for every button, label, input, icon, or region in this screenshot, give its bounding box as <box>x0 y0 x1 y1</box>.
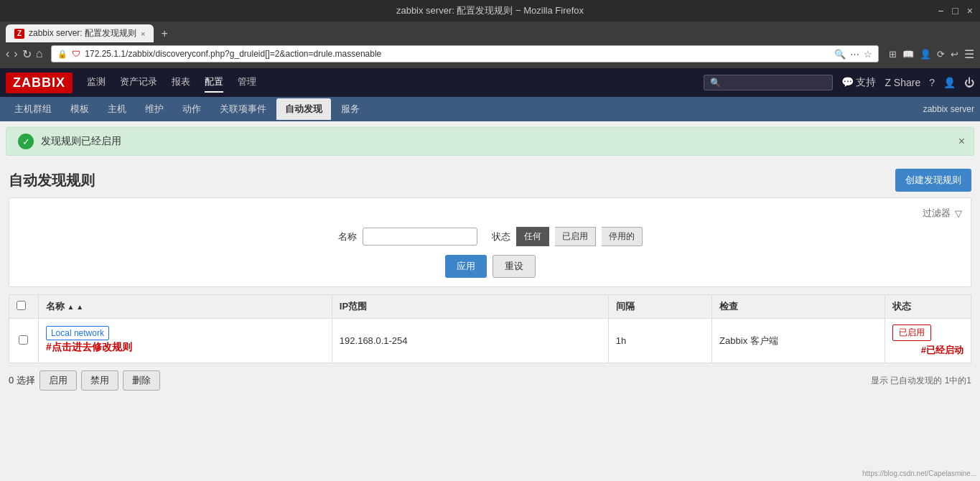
nav-config[interactable]: 配置 <box>205 73 223 93</box>
top-nav-items: 监测 资产记录 报表 配置 管理 <box>87 73 704 93</box>
row-interval-cell: 1h <box>608 319 711 363</box>
top-nav: ZABBIX 监测 资产记录 报表 配置 管理 🔍 💬 支持 Z Share ?… <box>0 68 980 97</box>
filter-toggle-icon[interactable]: ▽ <box>955 208 962 219</box>
filter-status-group: 状态 任何 已启用 停用的 <box>492 227 643 246</box>
menu-icon[interactable]: ☰ <box>964 47 974 61</box>
row-status-cell: 已启用 #已经启动 <box>885 319 971 363</box>
sync-icon[interactable]: ⟳ <box>937 49 945 60</box>
select-all-checkbox[interactable] <box>17 301 26 310</box>
page-header: 自动发现规则 创建发现规则 <box>9 162 971 197</box>
logout-icon[interactable]: ⏻ <box>964 77 974 88</box>
bookmark-icon[interactable]: ⋯ <box>850 49 859 60</box>
status-any-btn[interactable]: 任何 <box>516 227 549 246</box>
share-link[interactable]: Z Share <box>885 77 920 88</box>
subnav-correlations[interactable]: 关联项事件 <box>211 98 275 120</box>
star-icon[interactable]: ☆ <box>864 49 872 60</box>
maximize-btn[interactable]: □ <box>952 5 958 17</box>
new-tab-icon[interactable]: + <box>157 27 172 40</box>
bottom-left: 0 选择 启用 禁用 删除 <box>9 370 160 391</box>
filter-label: 过滤器 <box>923 207 951 220</box>
minimize-btn[interactable]: − <box>938 5 943 17</box>
subnav-templates[interactable]: 模板 <box>62 98 98 120</box>
search-icon: 🔍 <box>710 78 721 88</box>
window-title: zabbix server: 配置发现规则 − Mozilla Firefox <box>396 4 584 17</box>
selected-count: 0 选择 <box>9 374 35 387</box>
titlebar: zabbix server: 配置发现规则 − Mozilla Firefox … <box>0 0 980 22</box>
refresh-button[interactable]: ↻ <box>22 47 32 61</box>
support-icon: 💬 <box>841 76 854 88</box>
row-ip-cell: 192.168.0.1-254 <box>332 319 608 363</box>
col-check-header[interactable]: 检查 <box>712 295 885 319</box>
subnav-hostgroups[interactable]: 主机群组 <box>6 98 60 120</box>
success-bar: ✓ 发现规则已经启用 × <box>6 127 974 156</box>
browser-actions: ⊞ 📖 👤 ⟳ ↩ ☰ <box>889 47 974 61</box>
pagination-info: 显示 已自动发现的 1中的1 <box>871 375 971 387</box>
click-annotation: #点击进去修改规则 <box>46 341 325 354</box>
close-tab-icon[interactable]: × <box>141 29 145 38</box>
help-icon[interactable]: ? <box>929 77 935 88</box>
browser-tab[interactable]: Z zabbix server: 配置发现规则 × <box>6 24 154 42</box>
table-row: Local network #点击进去修改规则 192.168.0.1-254 … <box>9 319 971 363</box>
status-enabled-btn[interactable]: 已启用 <box>555 227 596 246</box>
col-status-header[interactable]: 状态 <box>885 295 971 319</box>
col-name-header[interactable]: 名称 ▲ <box>38 295 332 319</box>
support-link[interactable]: 💬 支持 <box>841 76 877 89</box>
row-checkbox-cell <box>9 319 39 363</box>
col-ip-header[interactable]: IP范围 <box>332 295 608 319</box>
subnav-maintenance[interactable]: 维护 <box>136 98 172 120</box>
subnav-actions[interactable]: 动作 <box>174 98 210 120</box>
name-input[interactable] <box>363 228 477 246</box>
name-label: 名称 <box>338 230 357 243</box>
nav-monitoring[interactable]: 监测 <box>87 73 106 93</box>
sub-nav: 主机群组 模板 主机 维护 动作 关联项事件 自动发现 服务 zabbix se… <box>0 97 980 121</box>
extensions-icon[interactable]: ⊞ <box>889 49 897 60</box>
tab-label: zabbix server: 配置发现规则 <box>29 27 136 39</box>
page-title: 自动发现规则 <box>9 171 95 190</box>
url-text: 172.25.1.1/zabbix/discoveryconf.php?g_dr… <box>85 49 830 59</box>
row-name-link[interactable]: Local network <box>46 326 109 340</box>
address-bar[interactable]: 🔒 🛡 172.25.1.1/zabbix/discoveryconf.php?… <box>51 45 879 62</box>
history-back-icon[interactable]: ↩ <box>951 49 958 60</box>
home-button[interactable]: ⌂ <box>36 47 43 60</box>
nav-reports[interactable]: 报表 <box>172 73 190 93</box>
zabbix-share-icon: Z <box>885 77 891 88</box>
subnav-discovery[interactable]: 自动发现 <box>276 98 331 120</box>
forward-button[interactable]: › <box>14 47 17 60</box>
window-controls[interactable]: − □ × <box>938 5 973 17</box>
zabbix-logo[interactable]: ZABBIX <box>6 73 73 93</box>
subnav-hosts[interactable]: 主机 <box>99 98 135 120</box>
filter-header: 过滤器 ▽ <box>18 207 962 220</box>
row-check-cell: Zabbix 客户端 <box>712 319 885 363</box>
zabbix-app: ZABBIX 监测 资产记录 报表 配置 管理 🔍 💬 支持 Z Share ?… <box>0 68 980 391</box>
status-label: 状态 <box>492 230 510 243</box>
subnav-services[interactable]: 服务 <box>332 98 368 120</box>
nav-admin[interactable]: 管理 <box>238 73 256 93</box>
reset-button[interactable]: 重设 <box>493 255 536 278</box>
success-close-icon[interactable]: × <box>958 135 965 148</box>
status-annotation: #已经启动 <box>892 344 963 357</box>
enable-button[interactable]: 启用 <box>39 370 77 391</box>
account-icon[interactable]: 👤 <box>920 49 931 60</box>
row-checkbox[interactable] <box>19 335 28 345</box>
status-disabled-btn[interactable]: 停用的 <box>602 227 643 246</box>
close-btn[interactable]: × <box>967 5 973 17</box>
apply-button[interactable]: 应用 <box>445 255 487 278</box>
subnav-server: zabbix server <box>923 104 974 114</box>
top-search-box[interactable]: 🔍 <box>704 75 833 90</box>
watermark: https://blog.csdn.net/Capelasmine... <box>862 470 976 477</box>
nav-assets[interactable]: 资产记录 <box>120 73 157 93</box>
browser-chrome: Z zabbix server: 配置发现规则 × + ‹ › ↻ ⌂ 🔒 🛡 … <box>0 22 980 68</box>
sub-nav-items: 主机群组 模板 主机 维护 动作 关联项事件 自动发现 服务 <box>6 98 368 120</box>
discovery-table: 名称 ▲ IP范围 间隔 检查 状态 <box>9 294 971 363</box>
create-rule-button[interactable]: 创建发现规则 <box>895 169 971 192</box>
tab-bar: Z zabbix server: 配置发现规则 × + <box>6 24 974 42</box>
disable-button[interactable]: 禁用 <box>81 370 118 391</box>
user-icon[interactable]: 👤 <box>943 77 956 88</box>
delete-button[interactable]: 删除 <box>123 370 160 391</box>
success-icon: ✓ <box>18 134 34 149</box>
col-interval-header[interactable]: 间隔 <box>608 295 711 319</box>
security-icon: 🔒 <box>57 50 67 59</box>
search-icon[interactable]: 🔍 <box>834 49 846 60</box>
back-button[interactable]: ‹ <box>6 47 9 60</box>
reader-icon[interactable]: 📖 <box>902 49 914 60</box>
